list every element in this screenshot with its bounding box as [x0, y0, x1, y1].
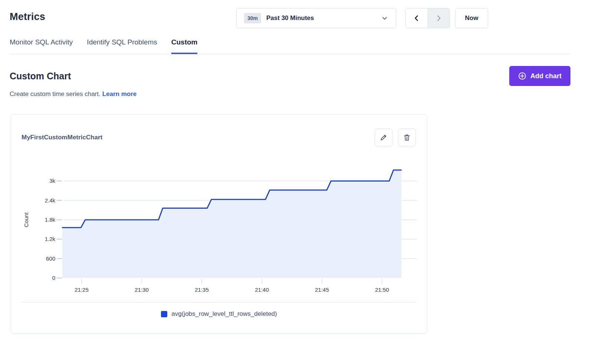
time-range-badge: 30m: [244, 13, 261, 23]
svg-text:0: 0: [52, 275, 55, 281]
time-range-label: Past 30 Minutes: [266, 14, 381, 22]
chart-card-header: MyFirstCustomMetricChart: [11, 115, 427, 150]
now-button[interactable]: Now: [455, 8, 488, 28]
subtitle-text: Create custom time series chart.: [10, 90, 101, 97]
metrics-page: Metrics 30m Past 30 Minutes Now Monitor …: [0, 0, 612, 364]
chart-legend: avg(jobs_row_level_ttl_rows_deleted): [11, 302, 427, 325]
tab-bar: Monitor SQL Activity Identify SQL Proble…: [10, 38, 570, 54]
pencil-icon: [379, 133, 388, 142]
tab-custom[interactable]: Custom: [171, 38, 198, 54]
time-prev-button[interactable]: [406, 9, 428, 28]
add-chart-label: Add chart: [530, 72, 562, 80]
svg-text:21:40: 21:40: [255, 287, 269, 293]
legend-swatch: [161, 311, 167, 317]
time-next-button[interactable]: [428, 9, 450, 28]
svg-text:3k: 3k: [49, 178, 55, 184]
svg-text:21:45: 21:45: [315, 287, 329, 293]
chart-actions: [375, 129, 416, 146]
chevron-right-icon: [435, 14, 442, 22]
learn-more-link[interactable]: Learn more: [102, 90, 137, 97]
chevron-left-icon: [413, 14, 420, 22]
svg-text:600: 600: [46, 255, 55, 262]
svg-text:21:30: 21:30: [135, 287, 149, 293]
chart-plot-area[interactable]: 3k2.4k1.8k1.2k600021:2521:3021:3521:4021…: [11, 150, 427, 301]
svg-text:Count: Count: [23, 212, 29, 227]
svg-text:1.2k: 1.2k: [45, 236, 56, 242]
chart-title: MyFirstCustomMetricChart: [22, 134, 102, 141]
tab-identify-sql-problems[interactable]: Identify SQL Problems: [87, 38, 157, 54]
section-subtitle: Create custom time series chart.Learn mo…: [10, 90, 136, 98]
page-title: Metrics: [10, 11, 45, 23]
svg-text:1.8k: 1.8k: [45, 216, 56, 223]
svg-text:21:35: 21:35: [195, 287, 209, 293]
chevron-down-icon: [381, 14, 388, 22]
add-chart-button[interactable]: Add chart: [509, 66, 570, 86]
svg-text:2.4k: 2.4k: [45, 197, 56, 203]
tab-monitor-sql-activity[interactable]: Monitor SQL Activity: [10, 38, 73, 54]
svg-text:21:25: 21:25: [75, 287, 89, 293]
legend-label: avg(jobs_row_level_ttl_rows_deleted): [171, 310, 277, 318]
edit-chart-button[interactable]: [375, 129, 392, 146]
time-nav-group: [405, 8, 450, 28]
delete-chart-button[interactable]: [398, 129, 416, 146]
custom-chart-card: MyFirstCustomMetricChart: [11, 114, 427, 334]
svg-text:21:50: 21:50: [375, 287, 389, 293]
time-range-selector[interactable]: 30m Past 30 Minutes: [236, 8, 396, 28]
metric-chart-svg: 3k2.4k1.8k1.2k600021:2521:3021:3521:4021…: [11, 154, 427, 299]
plus-circle-icon: [518, 72, 526, 80]
trash-icon: [403, 133, 411, 142]
section-title: Custom Chart: [10, 71, 71, 82]
section-header: Custom Chart Add chart: [10, 66, 570, 86]
